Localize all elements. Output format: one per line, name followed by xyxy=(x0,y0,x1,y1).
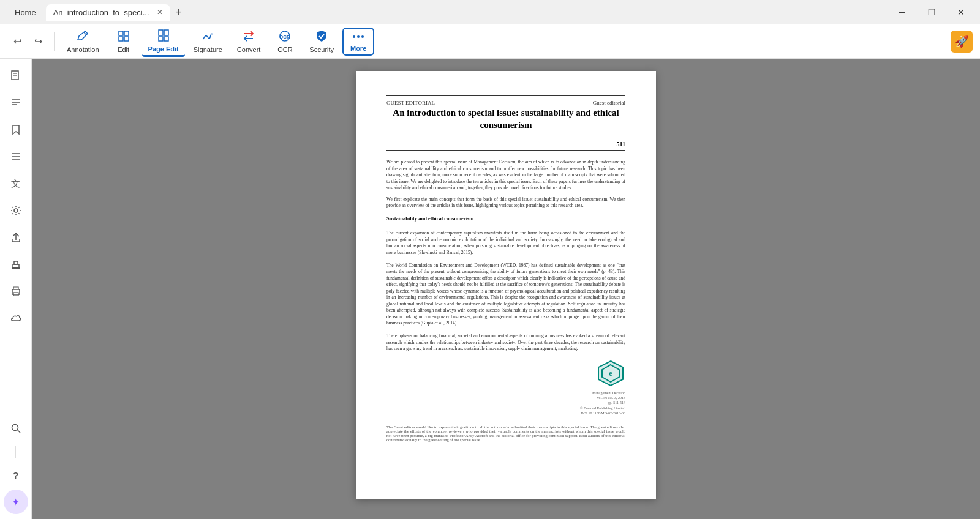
pdf-pub-info: Management Decision Vol. 56 No. 3, 2018 … xyxy=(580,390,625,416)
new-tab-button[interactable]: + xyxy=(170,4,187,21)
guest-editorial-header: GUEST EDITORIAL xyxy=(386,100,435,106)
sidebar-stamp-button[interactable] xyxy=(4,252,28,277)
sidebar-text-button[interactable] xyxy=(4,91,28,115)
pdf-footnote: The Guest editors would like to express … xyxy=(386,422,625,442)
signature-label: Signature xyxy=(194,46,222,53)
svg-rect-7 xyxy=(159,37,163,41)
titlebar: Home An_introduction_to_speci... ✕ + ─ ❐… xyxy=(0,0,980,24)
list-icon xyxy=(10,151,22,163)
svg-rect-25 xyxy=(14,261,18,264)
pdf-page: GUEST EDITORIAL Guest editorial An intro… xyxy=(356,71,656,499)
svg-point-29 xyxy=(12,425,18,431)
bookmark-icon xyxy=(10,124,22,136)
tab-home-label: Home xyxy=(15,8,36,17)
pdf-header-row: GUEST EDITORIAL Guest editorial xyxy=(386,100,625,106)
emerald-logo: e xyxy=(596,359,625,388)
sidebar-help-button[interactable]: ? xyxy=(4,463,28,487)
pdf-body-intro: We are pleased to present this special i… xyxy=(386,159,625,192)
svg-line-30 xyxy=(17,430,20,433)
main-layout: 文 ? ✦ GUEST ED xyxy=(0,59,980,519)
sidebar-settings-button[interactable] xyxy=(4,198,28,223)
svg-point-13 xyxy=(361,35,364,38)
convert-label: Convert xyxy=(237,46,261,53)
settings-icon xyxy=(10,204,22,217)
edit-button[interactable]: Edit xyxy=(108,27,140,56)
sidebar-divider xyxy=(15,446,16,458)
window-controls: ─ ❐ ✕ xyxy=(888,2,975,22)
pdf-title-block: An introduction to special issue: sustai… xyxy=(386,107,625,131)
svg-rect-2 xyxy=(124,31,129,35)
sidebar-ai-button[interactable]: ✦ xyxy=(4,490,28,514)
security-icon xyxy=(315,29,328,45)
undo-redo-group: ↩ ↪ xyxy=(7,32,48,51)
page-edit-button[interactable]: Page Edit xyxy=(142,26,185,57)
svg-rect-4 xyxy=(124,37,129,41)
sidebar-print-button[interactable] xyxy=(4,279,28,304)
edit-icon xyxy=(117,29,130,45)
svg-point-23 xyxy=(14,209,18,212)
close-button[interactable]: ✕ xyxy=(947,2,975,22)
maximize-button[interactable]: ❐ xyxy=(918,2,946,22)
sidebar-translate-button[interactable]: 文 xyxy=(4,171,28,196)
signature-icon xyxy=(201,29,214,45)
pdf-section-title: Sustainability and ethical consumerism xyxy=(386,215,625,222)
cloud-icon xyxy=(10,312,22,324)
pdf-viewer[interactable]: GUEST EDITORIAL Guest editorial An intro… xyxy=(32,59,980,519)
svg-rect-5 xyxy=(159,30,163,35)
security-button[interactable]: Security xyxy=(303,27,340,56)
toolbar-divider-1 xyxy=(54,32,55,51)
convert-icon xyxy=(242,29,255,45)
edit-label: Edit xyxy=(118,46,129,53)
pdf-main-title: An introduction to special issue: sustai… xyxy=(386,107,625,131)
toolbar: ↩ ↪ Annotation Edit Page Edit Signature xyxy=(0,24,980,59)
guest-editorial-right: Guest editorial xyxy=(593,100,625,106)
sidebar-bookmark-button[interactable] xyxy=(4,118,28,142)
svg-rect-3 xyxy=(119,37,123,41)
share-icon xyxy=(10,231,22,244)
svg-rect-6 xyxy=(164,30,168,35)
pdf-body-para2: We first explicate the main concepts tha… xyxy=(386,196,625,209)
sidebar-cloud-button[interactable] xyxy=(4,306,28,330)
pdf-page-number: 511 xyxy=(386,141,625,151)
svg-point-11 xyxy=(353,35,355,38)
stamp-icon xyxy=(10,258,22,271)
tab-close-button[interactable]: ✕ xyxy=(157,8,163,17)
convert-button[interactable]: Convert xyxy=(231,27,267,56)
tab-active-label: An_introduction_to_speci... xyxy=(53,8,149,17)
redo-button[interactable]: ↪ xyxy=(28,32,48,51)
undo-button[interactable]: ↩ xyxy=(7,32,27,51)
tab-home[interactable]: Home xyxy=(5,4,46,21)
svg-rect-8 xyxy=(164,37,168,41)
ocr-label: OCR xyxy=(277,46,292,53)
annotation-icon xyxy=(76,29,89,45)
translate-icon: 文 xyxy=(11,178,20,190)
svg-point-12 xyxy=(357,35,360,38)
sidebar: 文 ? ✦ xyxy=(0,59,32,519)
sidebar-share-button[interactable] xyxy=(4,225,28,250)
sidebar-page-button[interactable] xyxy=(4,64,28,88)
help-icon: ? xyxy=(13,470,18,480)
ai-button[interactable]: 🚀 xyxy=(951,31,973,53)
annotation-button[interactable]: Annotation xyxy=(61,27,105,56)
security-label: Security xyxy=(309,46,334,53)
more-button[interactable]: More xyxy=(342,28,374,56)
page-edit-icon xyxy=(157,29,170,44)
more-label: More xyxy=(350,45,366,52)
sidebar-list-button[interactable] xyxy=(4,144,28,169)
undo-icon: ↩ xyxy=(13,35,21,47)
pdf-section-body: The current expansion of contemporary ca… xyxy=(386,224,625,353)
ai-spark-icon: ✦ xyxy=(12,496,20,508)
minimize-button[interactable]: ─ xyxy=(888,2,916,22)
redo-icon: ↪ xyxy=(34,35,42,47)
ocr-button[interactable]: OCR OCR xyxy=(269,27,301,56)
signature-button[interactable]: Signature xyxy=(187,27,228,56)
tab-active[interactable]: An_introduction_to_speci... ✕ xyxy=(46,4,170,21)
text-icon xyxy=(10,97,22,109)
page-icon xyxy=(10,70,22,82)
rocket-icon: 🚀 xyxy=(955,35,968,48)
pdf-logo-area: e Management Decision Vol. 56 No. 3, 201… xyxy=(386,359,625,416)
sidebar-search-button[interactable] xyxy=(4,416,28,441)
more-icon xyxy=(352,31,365,43)
search-icon xyxy=(10,422,22,435)
svg-rect-1 xyxy=(119,31,123,35)
